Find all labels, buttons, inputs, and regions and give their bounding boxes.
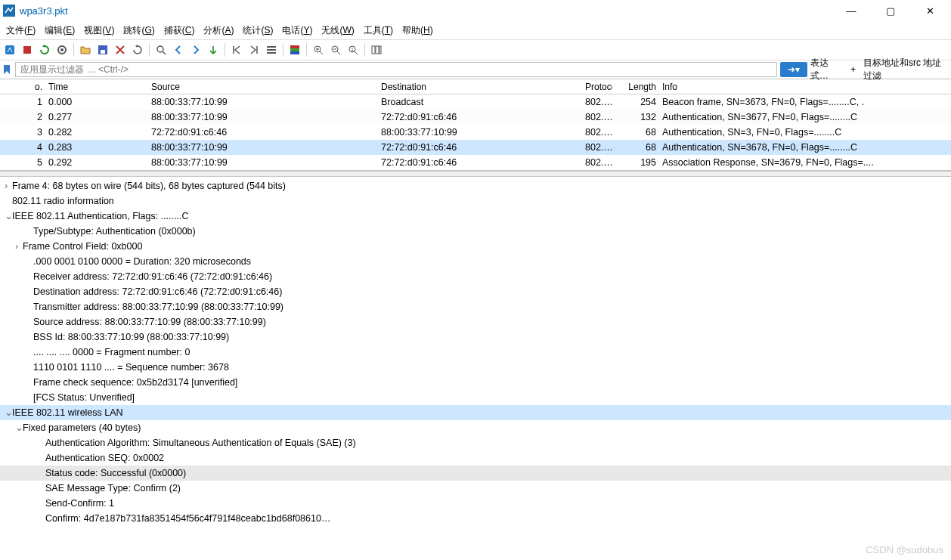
col-destination[interactable]: Destination [378, 82, 582, 92]
detail-wlan-header[interactable]: IEEE 802.11 wireless LAN [0, 405, 951, 420]
col-no[interactable]: o. [0, 82, 45, 92]
zoom-reset-icon[interactable]: 1 [345, 42, 361, 58]
menu-t[interactable]: 工具(T) [359, 23, 398, 39]
packet-details: Frame 4: 68 bytes on wire (544 bits), 68… [0, 177, 951, 535]
detail-auth-seq[interactable]: Authentication SEQ: 0x0002 [0, 450, 951, 466]
go-to-packet-icon[interactable] [205, 42, 221, 58]
start-capture-icon[interactable] [2, 42, 18, 58]
close-button[interactable]: ✕ [921, 3, 939, 18]
detail-bssid[interactable]: BSS Id: 88:00:33:77:10:99 (88:00:33:77:1… [0, 330, 951, 345]
packet-row[interactable]: 30.28272:72:d0:91:c6:4688:00:33:77:10:99… [0, 125, 951, 140]
col-length[interactable]: Length [612, 82, 659, 92]
packet-row[interactable]: 20.27788:00:33:77:10:9972:72:d0:91:c6:46… [0, 110, 951, 125]
stop-capture-icon[interactable] [19, 42, 36, 58]
go-first-icon[interactable] [228, 42, 245, 58]
colorize-icon[interactable] [287, 42, 303, 58]
restart-capture-icon[interactable] [36, 42, 53, 58]
packet-list-header[interactable]: o. Time Source Destination Protoco Lengt… [0, 79, 951, 94]
svg-rect-11 [267, 52, 276, 54]
detail-transmitter-addr[interactable]: Transmitter address: 88:00:33:77:10:99 (… [0, 299, 951, 314]
detail-source-addr[interactable]: Source address: 88:00:33:77:10:99 (88:00… [0, 314, 951, 330]
go-back-icon[interactable] [170, 42, 187, 58]
add-filter-button[interactable]: + [846, 64, 860, 75]
filter-tail-label[interactable]: 目标地址和src 地址过滤 [863, 57, 949, 82]
detail-sae-type[interactable]: SAE Message Type: Confirm (2) [0, 481, 951, 496]
resize-columns-icon[interactable] [368, 42, 385, 58]
col-source[interactable]: Source [148, 82, 378, 92]
go-forward-icon[interactable] [187, 42, 204, 58]
svg-line-23 [355, 51, 358, 54]
packet-row[interactable]: 40.28388:00:33:77:10:9972:72:d0:91:c6:46… [0, 140, 951, 155]
toolbar-separator [306, 43, 307, 57]
reload-file-icon[interactable] [129, 42, 146, 58]
toolbar-separator [364, 43, 365, 57]
bookmark-icon[interactable] [2, 63, 12, 76]
detail-frame-control[interactable]: Frame Control Field: 0xb000 [0, 239, 951, 254]
menu-c[interactable]: 捕获(C) [160, 23, 200, 39]
detail-status-code[interactable]: Status code: Successful (0x0000) [0, 466, 951, 481]
svg-rect-6 [101, 50, 105, 54]
svg-rect-25 [372, 46, 375, 54]
detail-dest-addr[interactable]: Destination address: 72:72:d0:91:c6:46 (… [0, 284, 951, 299]
menu-e[interactable]: 编辑(E) [40, 23, 79, 39]
minimize-button[interactable]: — [842, 3, 860, 18]
packet-row[interactable]: 50.29288:00:33:77:10:9972:72:d0:91:c6:46… [0, 155, 951, 170]
detail-receiver-addr[interactable]: Receiver address: 72:72:d0:91:c6:46 (72:… [0, 269, 951, 284]
col-protocol[interactable]: Protoco [582, 82, 612, 92]
detail-fcs[interactable]: Frame check sequence: 0x5b2d3174 [unveri… [0, 375, 951, 390]
filter-bar: ➜▾ 表达式… + 目标地址和src 地址过滤 [0, 60, 951, 79]
detail-type-subtype[interactable]: Type/Subtype: Authentication (0x000b) [0, 224, 951, 239]
svg-point-7 [157, 46, 163, 52]
detail-fcs-status[interactable]: [FCS Status: Unverified] [0, 390, 951, 405]
menu-y[interactable]: 电话(Y) [277, 23, 317, 39]
maximize-button[interactable]: ▢ [881, 3, 900, 18]
svg-line-8 [163, 51, 166, 54]
svg-rect-1 [5, 45, 14, 54]
zoom-out-icon[interactable] [327, 42, 344, 58]
svg-rect-14 [290, 51, 299, 54]
titlebar: wpa3r3.pkt — ▢ ✕ [0, 0, 951, 21]
detail-send-confirm[interactable]: Send-Confirm: 1 [0, 496, 951, 511]
menu-w[interactable]: 无线(W) [317, 23, 358, 39]
packet-list: o. Time Source Destination Protoco Lengt… [0, 79, 951, 171]
splitter[interactable] [0, 171, 951, 177]
svg-rect-13 [290, 48, 299, 51]
svg-text:1: 1 [351, 47, 354, 52]
detail-auth-algo[interactable]: Authentication Algorithm: Simultaneous A… [0, 435, 951, 450]
detail-sequence[interactable]: 1110 0101 1110 .... = Sequence number: 3… [0, 360, 951, 375]
go-last-icon[interactable] [246, 42, 262, 58]
col-time[interactable]: Time [45, 82, 148, 92]
menu-h[interactable]: 帮助(H) [398, 23, 438, 39]
col-info[interactable]: Info [659, 82, 951, 92]
detail-frame[interactable]: Frame 4: 68 bytes on wire (544 bits), 68… [0, 178, 951, 193]
expression-button[interactable]: 表达式… [810, 57, 843, 82]
detail-fragment[interactable]: .... .... .... 0000 = Fragment number: 0 [0, 345, 951, 360]
toolbar-separator [225, 43, 225, 57]
zoom-in-icon[interactable] [310, 42, 327, 58]
auto-scroll-icon[interactable] [263, 42, 280, 58]
menu-f[interactable]: 文件(F) [2, 23, 40, 39]
toolbar-separator [149, 43, 150, 57]
svg-rect-0 [3, 5, 15, 17]
detail-confirm-hash[interactable]: Confirm: 4d7e187b731fa8351454f56c4f791f4… [0, 511, 951, 526]
open-file-icon[interactable] [77, 42, 94, 58]
close-file-icon[interactable] [112, 42, 129, 58]
menu-a[interactable]: 分析(A) [199, 23, 238, 39]
svg-point-4 [60, 48, 64, 51]
packet-row[interactable]: 10.00088:00:33:77:10:99Broadcast802.…254… [0, 94, 951, 110]
menu-s[interactable]: 统计(S) [238, 23, 277, 39]
menubar: 文件(F)编辑(E)视图(V)跳转(G)捕获(C)分析(A)统计(S)电话(Y)… [0, 21, 951, 39]
capture-options-icon[interactable] [54, 42, 70, 58]
detail-fixed-params[interactable]: Fixed parameters (40 bytes) [0, 420, 951, 435]
menu-v[interactable]: 视图(V) [79, 23, 119, 39]
save-file-icon[interactable] [94, 42, 111, 58]
apply-filter-button[interactable]: ➜▾ [780, 62, 807, 77]
svg-rect-26 [376, 46, 379, 54]
find-icon[interactable] [153, 42, 169, 58]
display-filter-input[interactable] [15, 62, 777, 77]
svg-line-16 [320, 51, 323, 54]
menu-g[interactable]: 跳转(G) [119, 23, 159, 39]
detail-duration[interactable]: .000 0001 0100 0000 = Duration: 320 micr… [0, 254, 951, 269]
detail-radio[interactable]: 802.11 radio information [0, 193, 951, 209]
detail-auth-header[interactable]: IEEE 802.11 Authentication, Flags: .....… [0, 209, 951, 224]
